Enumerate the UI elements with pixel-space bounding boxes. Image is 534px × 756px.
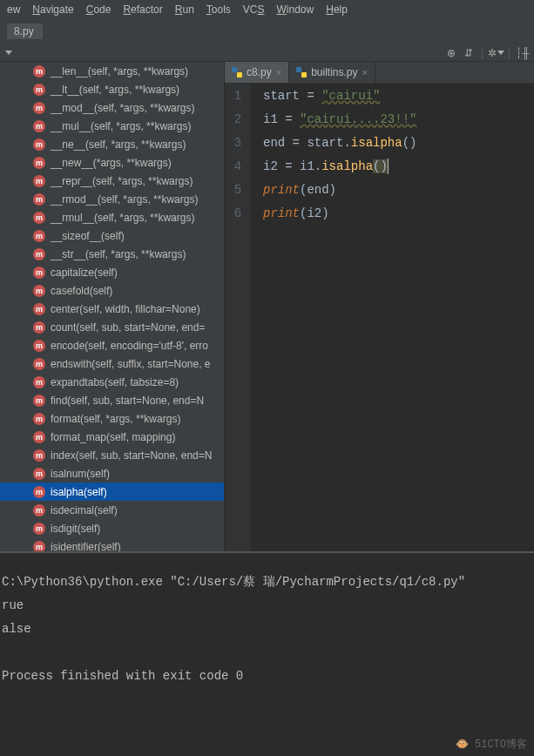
member-item[interactable]: mcapitalize(self) bbox=[0, 263, 224, 281]
menu-help[interactable]: Help bbox=[326, 3, 348, 16]
code-paren-hl: ) bbox=[380, 159, 387, 173]
member-item[interactable]: m__str__(self, *args, **kwargs) bbox=[0, 245, 224, 263]
code-method: isalpha bbox=[351, 136, 402, 150]
tab-builtins-py[interactable]: builtins.py× bbox=[289, 62, 375, 83]
member-list: m__len__(self, *args, **kwargs)m__lt__(s… bbox=[0, 62, 224, 551]
dropdown-icon[interactable] bbox=[5, 51, 12, 56]
member-label: index(self, sub, start=None, end=N bbox=[51, 449, 212, 462]
code-builtin: print bbox=[263, 183, 300, 197]
member-item[interactable]: misalpha(self) bbox=[0, 483, 224, 501]
member-label: format_map(self, mapping) bbox=[51, 431, 175, 443]
member-label: format(self, *args, **kwargs) bbox=[51, 413, 180, 425]
member-label: casefold(self) bbox=[51, 285, 112, 297]
code-token: start = bbox=[263, 89, 321, 103]
code-string: "cairui....23!!" bbox=[300, 112, 416, 126]
member-label: isdecimal(self) bbox=[51, 504, 118, 516]
member-item[interactable]: mcasefold(self) bbox=[0, 281, 224, 300]
member-item[interactable]: m__rmod__(self, *args, **kwargs) bbox=[0, 190, 224, 208]
method-icon: m bbox=[33, 248, 45, 260]
caret bbox=[388, 159, 389, 174]
terminal[interactable]: C:\Python36\python.exe "C:/Users/蔡 瑞/Pyc… bbox=[0, 551, 534, 756]
member-item[interactable]: m__lt__(self, *args, **kwargs) bbox=[0, 80, 224, 98]
menu-navigate[interactable]: Navigate bbox=[32, 3, 73, 16]
member-label: capitalize(self) bbox=[51, 267, 118, 279]
member-label: isidentifier(self) bbox=[51, 541, 121, 552]
gear-icon[interactable]: ✲ bbox=[490, 47, 502, 59]
member-item[interactable]: mfind(self, sub, start=None, end=N bbox=[0, 391, 224, 409]
python-icon bbox=[296, 67, 307, 78]
member-item[interactable]: mexpandtabs(self, tabsize=8) bbox=[0, 373, 224, 391]
menu-run[interactable]: Run bbox=[175, 3, 194, 16]
menu-window[interactable]: Window bbox=[277, 3, 314, 16]
member-item[interactable]: mcount(self, sub, start=None, end= bbox=[0, 318, 224, 336]
terminal-line: alse bbox=[2, 618, 532, 641]
method-icon: m bbox=[33, 175, 45, 187]
member-item[interactable]: mendswith(self, suffix, start=None, e bbox=[0, 354, 224, 373]
member-item[interactable]: m__len__(self, *args, **kwargs) bbox=[0, 62, 224, 80]
method-icon: m bbox=[33, 431, 45, 443]
member-label: __str__(self, *args, **kwargs) bbox=[51, 248, 186, 260]
code-string: "cairui" bbox=[321, 89, 380, 103]
code-paren: (end) bbox=[300, 183, 336, 197]
member-item[interactable]: m__ne__(self, *args, **kwargs) bbox=[0, 135, 224, 153]
member-label: count(self, sub, start=None, end= bbox=[51, 321, 205, 334]
member-item[interactable]: m__repr__(self, *args, **kwargs) bbox=[0, 172, 224, 190]
tab-label: c8.py bbox=[247, 66, 272, 78]
member-label: isdigit(self) bbox=[51, 523, 100, 535]
close-icon[interactable]: × bbox=[276, 67, 281, 78]
code-area[interactable]: 123456 start = "cairui" i1 = "cairui....… bbox=[225, 84, 534, 551]
close-icon[interactable]: × bbox=[362, 67, 368, 78]
breadcrumb-item[interactable]: 8.py bbox=[7, 24, 43, 39]
sort-icon[interactable]: ⇵ bbox=[463, 47, 475, 59]
menu-ew[interactable]: ew bbox=[7, 3, 20, 16]
method-icon: m bbox=[33, 157, 45, 169]
member-label: __new__(*args, **kwargs) bbox=[51, 157, 172, 169]
code-method: isalpha bbox=[321, 159, 373, 173]
member-item[interactable]: mencode(self, encoding='utf-8', erro bbox=[0, 336, 224, 354]
member-label: center(self, width, fillchar=None) bbox=[51, 303, 200, 315]
method-icon: m bbox=[33, 413, 45, 425]
menu-code[interactable]: Code bbox=[86, 3, 112, 16]
code-token: end = start. bbox=[263, 136, 351, 150]
line-number: 6 bbox=[225, 202, 251, 226]
terminal-line bbox=[2, 641, 532, 665]
member-item[interactable]: m__rmul__(self, *args, **kwargs) bbox=[0, 208, 224, 226]
code-paren: (i2) bbox=[300, 206, 329, 220]
member-label: find(self, sub, start=None, end=N bbox=[51, 395, 204, 407]
menu-tools[interactable]: Tools bbox=[206, 3, 231, 16]
sliders-icon[interactable]: ┆╫ bbox=[517, 47, 529, 59]
code-builtin: print bbox=[263, 206, 300, 220]
method-icon: m bbox=[33, 230, 45, 242]
line-number: 3 bbox=[225, 132, 251, 155]
code-content[interactable]: start = "cairui" i1 = "cairui....23!!" e… bbox=[251, 84, 423, 551]
method-icon: m bbox=[33, 321, 45, 334]
method-icon: m bbox=[33, 303, 45, 315]
member-item[interactable]: m__sizeof__(self) bbox=[0, 226, 224, 245]
member-item[interactable]: mformat_map(self, mapping) bbox=[0, 428, 224, 446]
terminal-line: C:\Python36\python.exe "C:/Users/蔡 瑞/Pyc… bbox=[2, 570, 532, 594]
tab-c8-py[interactable]: c8.py× bbox=[225, 62, 289, 83]
terminal-line: rue bbox=[2, 594, 532, 618]
member-item[interactable]: m__mod__(self, *args, **kwargs) bbox=[0, 98, 224, 117]
member-item[interactable]: mindex(self, sub, start=None, end=N bbox=[0, 446, 224, 464]
method-icon: m bbox=[33, 120, 45, 132]
member-item[interactable]: misdigit(self) bbox=[0, 519, 224, 537]
member-item[interactable]: misidentifier(self) bbox=[0, 537, 224, 551]
member-item[interactable]: misdecimal(self) bbox=[0, 501, 224, 519]
menu-vcs[interactable]: VCS bbox=[243, 3, 265, 16]
member-item[interactable]: m__new__(*args, **kwargs) bbox=[0, 153, 224, 172]
terminal-line: Process finished with exit code 0 bbox=[2, 665, 532, 688]
target-icon[interactable]: ⊕ bbox=[445, 47, 457, 59]
editor-tabs: c8.py×builtins.py× bbox=[225, 62, 534, 84]
line-number: 2 bbox=[225, 108, 251, 132]
member-label: __mod__(self, *args, **kwargs) bbox=[51, 102, 194, 114]
member-item[interactable]: m__mul__(self, *args, **kwargs) bbox=[0, 117, 224, 135]
member-label: __rmul__(self, *args, **kwargs) bbox=[51, 212, 194, 224]
member-item[interactable]: mformat(self, *args, **kwargs) bbox=[0, 409, 224, 428]
method-icon: m bbox=[33, 212, 45, 224]
member-item[interactable]: mcenter(self, width, fillchar=None) bbox=[0, 300, 224, 318]
member-label: encode(self, encoding='utf-8', erro bbox=[51, 340, 208, 352]
member-item[interactable]: misalnum(self) bbox=[0, 464, 224, 483]
menu-refactor[interactable]: Refactor bbox=[123, 3, 162, 16]
method-icon: m bbox=[33, 449, 45, 462]
